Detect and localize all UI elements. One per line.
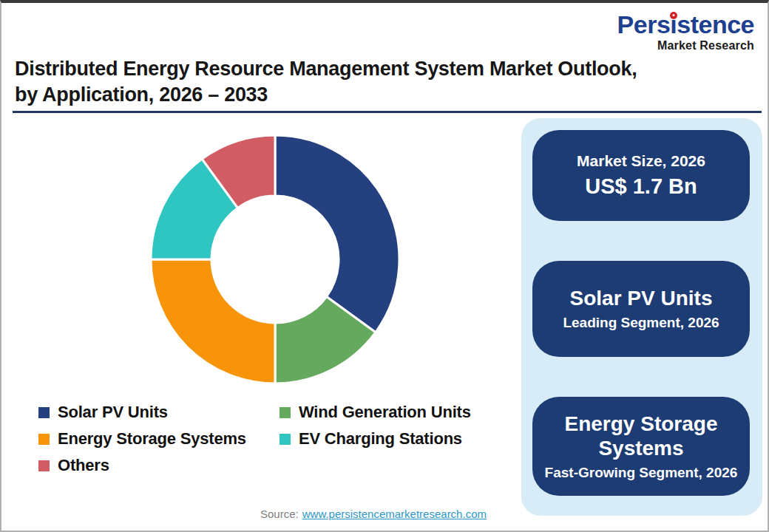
title-line-1: Distributed Energy Resource Management S… (15, 58, 637, 80)
legend-swatch-icon (280, 407, 291, 418)
brand-name-part1: Pers (617, 10, 671, 38)
legend-item-energy-storage-systems: Energy Storage Systems (38, 429, 280, 449)
legend-swatch-icon (38, 434, 50, 445)
legend-item-wind-generation-units: Wind Generation Units (280, 403, 471, 422)
donut-slice-solar-pv-units (275, 135, 399, 332)
donut-chart-svg (148, 132, 402, 386)
page-title: Distributed Energy Resource Management S… (15, 56, 637, 108)
brand-tagline: Market Research (617, 39, 754, 52)
brand-name-part2: stence (677, 10, 754, 38)
brand-logo: Persistence Market Research (617, 12, 754, 52)
legend-label: Energy Storage Systems (58, 429, 246, 449)
highlights-panel: Market Size, 2026 US$ 1.7 Bn Solar PV Un… (521, 118, 762, 516)
chart-legend: Solar PV UnitsWind Generation UnitsEnerg… (38, 403, 471, 475)
market-size-label: Market Size, 2026 (577, 151, 705, 171)
legend-item-ev-charging-stations: EV Charging Stations (280, 429, 471, 449)
legend-swatch-icon (38, 460, 50, 471)
fast-growing-segment-name: Energy Storage Systems (543, 412, 739, 461)
legend-swatch-icon (280, 434, 291, 445)
title-divider (13, 111, 762, 113)
legend-swatch-icon (38, 407, 50, 418)
legend-item-solar-pv-units: Solar PV Units (38, 403, 280, 422)
leading-segment-card: Solar PV Units Leading Segment, 2026 (532, 261, 750, 357)
legend-label: EV Charging Stations (299, 429, 462, 449)
brand-name: Persistence (617, 12, 754, 37)
leading-segment-name: Solar PV Units (570, 286, 713, 311)
legend-label: Others (58, 456, 109, 475)
leading-segment-label: Leading Segment, 2026 (563, 314, 719, 332)
infographic-page: Persistence Market Research Distributed … (0, 0, 769, 532)
fast-growing-segment-label: Fast-Growing Segment, 2026 (545, 464, 738, 482)
donut-chart (148, 132, 402, 386)
legend-label: Wind Generation Units (299, 403, 471, 422)
legend-label: Solar PV Units (58, 403, 168, 422)
market-size-value: US$ 1.7 Bn (585, 174, 697, 200)
title-line-2: by Application, 2026 – 2033 (15, 83, 268, 106)
source-link[interactable]: www.persistencemarketresearch.com (302, 508, 487, 520)
legend-item-others: Others (38, 456, 280, 475)
source-line: Source:www.persistencemarketresearch.com (1, 508, 745, 520)
source-label: Source: (260, 508, 299, 520)
fast-growing-segment-card: Energy Storage Systems Fast-Growing Segm… (532, 397, 750, 496)
market-size-card: Market Size, 2026 US$ 1.7 Bn (532, 130, 750, 221)
donut-slice-energy-storage-systems (151, 259, 275, 383)
brand-i-red-dot-icon: i (670, 12, 677, 37)
